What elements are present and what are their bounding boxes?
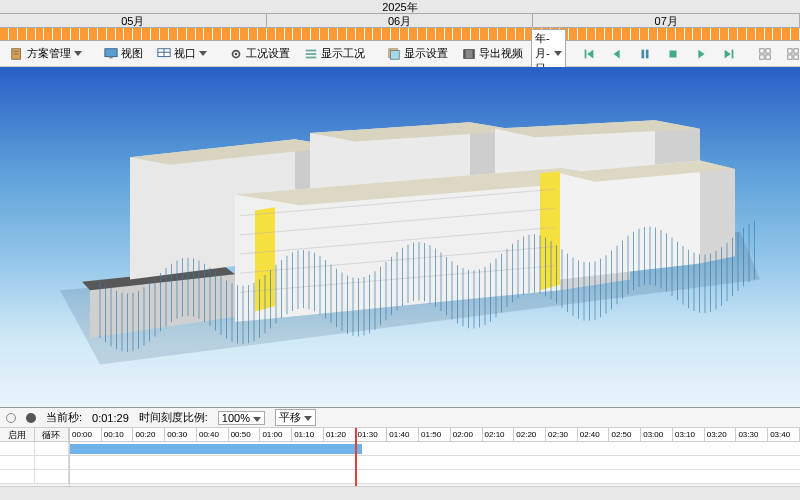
calendar-days[interactable] [0,28,800,40]
ruler-tick: 03:40 [768,428,800,441]
ruler-tick: 01:00 [260,428,292,441]
ruler-tick: 02:50 [609,428,641,441]
skip-start-button[interactable] [576,44,602,64]
svg-rect-22 [646,49,649,58]
svg-rect-14 [391,50,400,59]
step-back-button[interactable] [604,44,630,64]
pause-button[interactable] [632,44,658,64]
skip-start-icon [582,47,596,61]
calendar-month[interactable]: 06月 [267,14,534,27]
svg-marker-25 [724,49,730,58]
list-icon [304,47,318,61]
svg-marker-58 [700,161,735,264]
timeline-track[interactable] [70,456,800,470]
film-icon [462,47,476,61]
playhead[interactable] [355,428,357,486]
viewport-icon [157,47,171,61]
export-video-button[interactable]: 导出视频 [456,43,529,64]
svg-rect-33 [787,54,791,58]
calendar-month[interactable]: 05月 [0,14,267,27]
calendar-month[interactable]: 07月 [533,14,800,27]
svg-rect-21 [641,49,644,58]
current-sec-value: 0:01:29 [92,412,129,424]
step-back-icon [610,47,624,61]
skip-end-button[interactable] [716,44,742,64]
play-button[interactable] [688,44,714,64]
svg-rect-16 [464,49,466,58]
book-icon [10,47,24,61]
ruler-tick: 01:50 [419,428,451,441]
chevron-down-icon [253,417,261,422]
timeline-row-cells[interactable] [0,442,69,456]
ruler-tick: 02:20 [514,428,546,441]
col-loop: 循环 [35,428,70,441]
chevron-down-icon [74,51,82,56]
stop-button[interactable] [660,44,686,64]
building-model [0,67,800,407]
radio-icon[interactable] [6,413,16,423]
ruler-tick: 02:10 [483,428,515,441]
ruler-tick: 00:10 [102,428,134,441]
ruler-tick: 03:00 [641,428,673,441]
svg-point-9 [235,52,238,55]
record-icon[interactable] [26,413,36,423]
scheme-mgmt-button[interactable]: 方案管理 [4,43,88,64]
timeline-row-cells[interactable] [0,456,69,470]
show-conditions-button[interactable]: 显示工况 [298,43,371,64]
grid2-button[interactable] [780,44,800,64]
svg-rect-17 [473,49,475,58]
button-label: 导出视频 [479,46,523,61]
condition-settings-button[interactable]: 工况设置 [223,43,296,64]
button-label: 工况设置 [246,46,290,61]
grid1-button[interactable] [752,44,778,64]
svg-rect-4 [109,56,113,58]
viewport-button[interactable]: 视口 [151,43,213,64]
svg-rect-31 [787,48,791,52]
button-label: 显示工况 [321,46,365,61]
ruler-tick: 01:10 [292,428,324,441]
button-label: 视口 [174,46,196,61]
grid-icon [786,47,800,61]
svg-rect-18 [584,49,586,58]
chevron-down-icon [199,51,207,56]
scale-value[interactable]: 100% [218,411,265,425]
svg-rect-26 [731,49,733,58]
timeline-clip[interactable] [70,444,362,454]
svg-rect-11 [306,53,317,55]
monitor-icon [104,47,118,61]
svg-marker-24 [698,49,704,58]
view-button[interactable]: 视图 [98,43,149,64]
timeline-tracks[interactable]: 00:0000:1000:2000:3000:4000:5001:0001:10… [70,428,800,486]
grid-icon [758,47,772,61]
mode-dropdown[interactable]: 平移 [275,409,316,426]
calendar-months: 05月 06月 07月 [0,14,800,28]
svg-rect-23 [669,50,676,57]
ruler-tick: 00:00 [70,428,102,441]
svg-rect-27 [759,48,763,52]
timeline-ruler[interactable]: 00:0000:1000:2000:3000:4000:5001:0001:10… [70,428,800,442]
3d-viewport[interactable] [0,67,800,407]
display-settings-button[interactable]: 显示设置 [381,43,454,64]
ruler-tick: 02:30 [546,428,578,441]
scale-label: 时间刻度比例: [139,410,208,425]
svg-marker-20 [613,49,619,58]
ruler-tick: 03:30 [736,428,768,441]
timeline-row-headers: 启用 循环 [0,428,70,486]
timeline-row-cells[interactable] [0,470,69,484]
ruler-tick: 03:10 [673,428,705,441]
chevron-down-icon [554,51,562,56]
toolbar: 方案管理 视图 视口 工况设置 显示工况 显示设置 导出视频 年-月-日 西南等… [0,41,800,67]
ruler-tick: 00:50 [229,428,261,441]
stop-icon [666,47,680,61]
col-enable: 启用 [0,428,35,441]
gear-icon [229,47,243,61]
button-label: 方案管理 [27,46,71,61]
ruler-tick: 02:00 [451,428,483,441]
ruler-tick: 01:40 [387,428,419,441]
timeline-track[interactable] [70,442,800,456]
calendar-year: 2025年 [0,0,800,14]
svg-rect-12 [306,56,317,58]
svg-rect-10 [306,49,317,51]
svg-marker-19 [587,49,593,58]
timeline-track[interactable] [70,470,800,484]
